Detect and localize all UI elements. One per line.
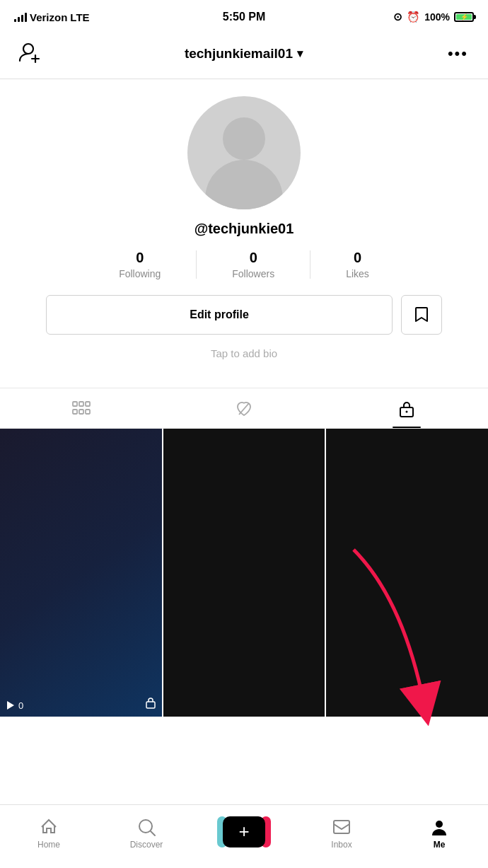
svg-rect-4 (79, 402, 83, 406)
alarm-icon: ⏰ (407, 11, 420, 23)
signal-bar-3 (21, 15, 23, 22)
status-left: Verizon LTE (14, 11, 90, 23)
nav-discover-button[interactable]: Discover (98, 817, 195, 850)
avatar-head (223, 117, 265, 160)
svg-rect-7 (79, 410, 83, 414)
top-nav: techjunkiemail01 ▾ ••• (0, 31, 488, 79)
battery-fill: ⚡ (456, 14, 472, 20)
svg-rect-5 (86, 402, 90, 406)
me-icon (429, 817, 449, 837)
avatar[interactable] (187, 96, 301, 209)
carrier-label: Verizon (30, 11, 67, 23)
create-plus-button: + (223, 816, 265, 847)
discover-icon (136, 817, 156, 837)
grid-icon (72, 401, 91, 417)
username-label: techjunkiemail01 (185, 46, 293, 62)
nav-me-label: Me (434, 840, 446, 850)
nav-create-button[interactable]: + (195, 816, 293, 850)
action-buttons: Edit profile (46, 295, 442, 335)
battery-percent: 100% (424, 11, 450, 23)
svg-rect-17 (334, 821, 349, 833)
svg-point-0 (23, 44, 33, 54)
bottom-nav: Home Discover + Inbox Me (0, 804, 488, 868)
nav-home-label: Home (37, 840, 60, 850)
video-lock-icon (145, 696, 156, 711)
video-thumbnail-1[interactable]: 0 (0, 429, 162, 717)
more-options-button[interactable]: ••• (442, 42, 474, 66)
svg-rect-3 (73, 402, 77, 406)
home-icon (39, 817, 59, 837)
nav-inbox-button[interactable]: Inbox (293, 817, 390, 850)
nav-discover-label: Discover (130, 840, 163, 850)
following-label: Following (119, 268, 161, 279)
inbox-icon (332, 817, 352, 837)
dropdown-chevron-icon: ▾ (297, 47, 303, 60)
lock-icon: ⊙ (393, 11, 402, 23)
signal-bar-1 (14, 19, 16, 22)
following-count: 0 (136, 250, 144, 266)
username-dropdown-button[interactable]: techjunkiemail01 ▾ (185, 46, 303, 62)
following-stat[interactable]: 0 Following (83, 250, 196, 279)
likes-stat[interactable]: 0 Likes (310, 250, 405, 279)
svg-marker-12 (7, 701, 14, 710)
followers-label: Followers (232, 268, 274, 279)
svg-rect-13 (146, 702, 155, 708)
svg-rect-8 (86, 410, 90, 414)
add-user-icon (17, 40, 42, 65)
stats-row: 0 Following 0 Followers 0 Likes (14, 250, 474, 279)
nav-me-button[interactable]: Me (390, 817, 488, 850)
followers-stat[interactable]: 0 Followers (197, 250, 310, 279)
nav-inbox-label: Inbox (331, 840, 352, 850)
signal-bar-4 (25, 13, 27, 22)
network-label: LTE (70, 11, 89, 23)
svg-rect-6 (73, 410, 77, 414)
video-grid: 0 (0, 429, 488, 717)
svg-point-11 (406, 411, 408, 413)
video-thumbnail-3 (326, 429, 488, 717)
lock-tab-icon (398, 400, 415, 418)
nav-home-button[interactable]: Home (0, 817, 98, 850)
lock-icon-small (145, 696, 156, 709)
battery-bolt-icon: ⚡ (460, 13, 468, 21)
svg-line-16 (151, 831, 155, 835)
bio-placeholder[interactable]: Tap to add bio (211, 347, 277, 359)
content-tabs (0, 388, 488, 429)
followers-count: 0 (250, 250, 257, 266)
content-area: 0 (0, 429, 488, 717)
video-thumbnail-2 (163, 429, 325, 717)
add-user-button[interactable] (14, 37, 45, 70)
play-count-1: 0 (6, 700, 23, 711)
svg-point-18 (436, 821, 443, 828)
edit-profile-button[interactable]: Edit profile (46, 295, 393, 335)
avatar-body (205, 160, 283, 209)
likes-label: Likes (346, 268, 369, 279)
liked-tab[interactable] (163, 388, 325, 428)
signal-bars (14, 12, 27, 22)
profile-section: @techjunkie01 0 Following 0 Followers 0 … (0, 79, 488, 381)
bookmark-icon (412, 305, 431, 325)
private-tab[interactable] (325, 388, 488, 428)
status-bar: Verizon LTE 5:50 PM ⊙ ⏰ 100% ⚡ (0, 0, 488, 31)
signal-bar-2 (18, 17, 20, 22)
liked-icon (235, 400, 253, 417)
play-icon (6, 700, 16, 710)
plus-inner: + (223, 816, 265, 847)
more-dots-icon: ••• (448, 45, 468, 62)
bookmark-button[interactable] (401, 295, 442, 335)
user-handle: @techjunkie01 (194, 221, 294, 237)
videos-tab[interactable] (0, 388, 163, 428)
status-time: 5:50 PM (223, 11, 265, 23)
battery-indicator: ⚡ (454, 12, 474, 22)
status-right: ⊙ ⏰ 100% ⚡ (393, 11, 474, 23)
likes-count: 0 (354, 250, 361, 266)
